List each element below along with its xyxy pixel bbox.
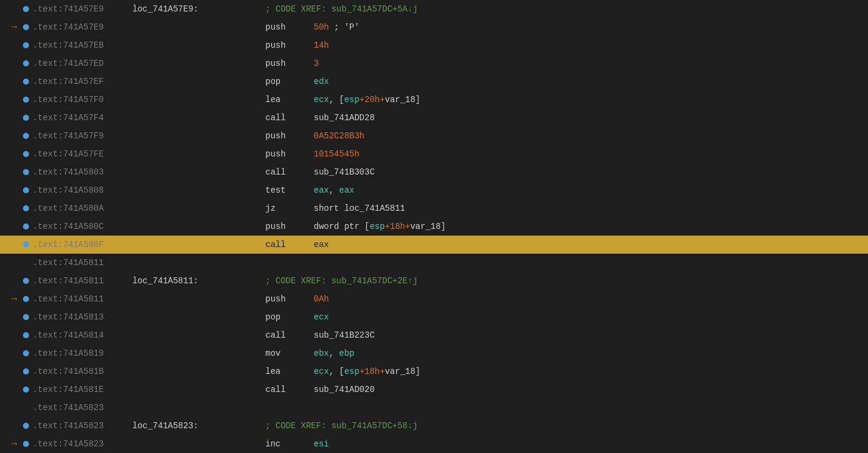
- mnemonic: push: [265, 59, 314, 68]
- code-line[interactable]: .text:741A57F0leaecx, [esp+20h+var_18]: [0, 91, 868, 109]
- breakpoint-dot[interactable]: [23, 133, 29, 139]
- breakpoint-dot[interactable]: [23, 441, 29, 447]
- code-line[interactable]: .text:741A5823: [0, 399, 868, 417]
- dot-col: [19, 278, 33, 284]
- address: .text:741A580A: [33, 204, 132, 213]
- arrow-icon: →: [11, 22, 17, 33]
- breakpoint-dot[interactable]: [23, 368, 29, 374]
- code-line[interactable]: .text:741A5814callsub_741B223C: [0, 326, 868, 344]
- dot-col: [19, 368, 33, 374]
- dot-col: [19, 42, 33, 48]
- operand: 10154545h: [314, 149, 360, 159]
- breakpoint-dot[interactable]: [23, 79, 29, 85]
- code-line[interactable]: .text:741A57EBpush14h: [0, 36, 868, 54]
- operand: 3: [314, 59, 319, 68]
- code-line[interactable]: →.text:741A5823incesi: [0, 435, 868, 453]
- arrow-icon: →: [11, 439, 17, 449]
- breakpoint-dot[interactable]: [23, 24, 29, 30]
- comment: ; CODE XREF: sub_741A57DC+5A↓j: [265, 4, 868, 14]
- dot-col: [19, 133, 33, 139]
- code-line[interactable]: .text:741A57EFpopedx: [0, 72, 868, 91]
- code-line[interactable]: .text:741A57F4callsub_741ADD28: [0, 109, 868, 127]
- operand: edx: [314, 77, 329, 86]
- address: .text:741A57EB: [33, 40, 132, 50]
- operand: sub_741B303C: [314, 167, 375, 177]
- code-line[interactable]: .text:741A5811: [0, 254, 868, 272]
- breakpoint-dot[interactable]: [23, 278, 29, 284]
- code-line[interactable]: →.text:741A57E9push50h ; 'P': [0, 18, 868, 36]
- address: .text:741A5814: [33, 330, 132, 340]
- arrow-col: →: [2, 439, 19, 449]
- breakpoint-dot[interactable]: [23, 205, 29, 211]
- address: .text:741A581B: [33, 367, 132, 376]
- dot-col: [19, 60, 33, 66]
- mnemonic: pop: [265, 312, 314, 322]
- breakpoint-dot[interactable]: [23, 187, 29, 193]
- operand: 0A52C28B3h: [314, 131, 364, 141]
- breakpoint-dot[interactable]: [23, 151, 29, 157]
- breakpoint-dot[interactable]: [23, 60, 29, 66]
- code-line[interactable]: .text:741A580Cpushdword ptr [esp+18h+var…: [0, 217, 868, 236]
- address: .text:741A57FE: [33, 149, 132, 159]
- dot-col: [19, 79, 33, 85]
- breakpoint-dot[interactable]: [23, 387, 29, 393]
- code-line[interactable]: .text:741A5803callsub_741B303C: [0, 163, 868, 181]
- breakpoint-dot[interactable]: [23, 423, 29, 429]
- operand: ebx, ebp: [314, 349, 354, 358]
- code-line[interactable]: .text:741A5823loc_741A5823:; CODE XREF: …: [0, 417, 868, 435]
- mnemonic: lea: [265, 95, 314, 104]
- breakpoint-dot[interactable]: [23, 223, 29, 230]
- breakpoint-dot[interactable]: [23, 296, 29, 302]
- operand: ecx, [esp+18h+var_18]: [314, 367, 421, 376]
- breakpoint-dot[interactable]: [23, 169, 29, 175]
- code-line[interactable]: →.text:741A5811push0Ah: [0, 290, 868, 308]
- breakpoint-dot[interactable]: [23, 332, 29, 338]
- code-line[interactable]: .text:741A57E9loc_741A57E9:; CODE XREF: …: [0, 0, 868, 18]
- code-line[interactable]: .text:741A5819movebx, ebp: [0, 344, 868, 362]
- address: .text:741A5811: [33, 276, 132, 286]
- code-line[interactable]: .text:741A581Ecallsub_741AD020: [0, 381, 868, 399]
- address: .text:741A5823: [33, 421, 132, 431]
- dot-col: [19, 205, 33, 211]
- code-line[interactable]: .text:741A580Fcalleax: [0, 236, 868, 254]
- address: .text:741A57ED: [33, 59, 132, 68]
- address: .text:741A5811: [33, 294, 132, 304]
- breakpoint-dot[interactable]: [23, 350, 29, 356]
- breakpoint-dot[interactable]: [23, 115, 29, 121]
- dot-col: [19, 6, 33, 12]
- code-line[interactable]: .text:741A581Bleaecx, [esp+18h+var_18]: [0, 362, 868, 381]
- mnemonic: call: [265, 240, 314, 249]
- dot-col: [19, 314, 33, 320]
- breakpoint-dot[interactable]: [23, 42, 29, 48]
- address: .text:741A57E9: [33, 22, 132, 32]
- address: .text:741A57F0: [33, 95, 132, 104]
- address: .text:741A5823: [33, 439, 132, 449]
- operand: eax: [314, 240, 329, 249]
- dot-col: [19, 441, 33, 447]
- address: .text:741A57EF: [33, 77, 132, 86]
- breakpoint-dot[interactable]: [23, 242, 29, 248]
- operand: 50h ; 'P': [314, 22, 360, 32]
- mnemonic: push: [265, 40, 314, 50]
- mnemonic: call: [265, 113, 314, 123]
- code-line[interactable]: .text:741A57F9push0A52C28B3h: [0, 127, 868, 145]
- mnemonic: push: [265, 149, 314, 159]
- dot-col: [19, 169, 33, 175]
- code-line[interactable]: .text:741A57FEpush10154545h: [0, 145, 868, 163]
- breakpoint-dot[interactable]: [23, 314, 29, 320]
- code-line[interactable]: .text:741A5813popecx: [0, 308, 868, 326]
- code-line[interactable]: .text:741A580Ajzshort loc_741A5811: [0, 199, 868, 217]
- breakpoint-dot[interactable]: [23, 97, 29, 103]
- mnemonic: push: [265, 222, 314, 231]
- code-line[interactable]: .text:741A5808testeax, eax: [0, 181, 868, 199]
- code-line[interactable]: .text:741A57EDpush3: [0, 54, 868, 72]
- code-label: loc_741A57E9:: [132, 4, 265, 14]
- operand: ecx: [314, 312, 329, 322]
- dot-col: [19, 115, 33, 121]
- operand: short loc_741A5811: [314, 204, 405, 213]
- breakpoint-dot[interactable]: [23, 6, 29, 12]
- address: .text:741A580C: [33, 222, 132, 231]
- operand: sub_741AD020: [314, 385, 375, 394]
- mnemonic: push: [265, 294, 314, 304]
- code-line[interactable]: .text:741A5811loc_741A5811:; CODE XREF: …: [0, 272, 868, 290]
